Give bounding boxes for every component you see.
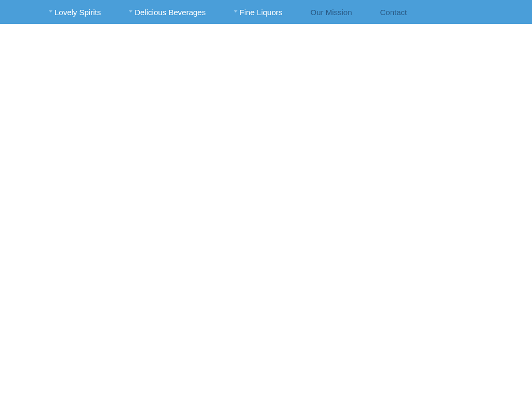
chevron-down-icon <box>234 10 237 12</box>
nav-item-label: Fine Liquors <box>240 8 283 17</box>
nav-item-label: Lovely Spirits <box>55 8 101 17</box>
nav-item-contact[interactable]: Contact <box>380 8 407 17</box>
nav-item-fine-liquors[interactable]: Fine Liquors <box>234 8 283 17</box>
chevron-down-icon <box>129 10 132 12</box>
nav-item-label: Contact <box>380 8 407 17</box>
nav-item-delicious-beverages[interactable]: Delicious Beverages <box>129 8 206 17</box>
nav-item-lovely-spirits[interactable]: Lovely Spirits <box>49 8 101 17</box>
chevron-down-icon <box>49 10 52 12</box>
nav-item-label: Delicious Beverages <box>135 8 206 17</box>
nav-item-our-mission[interactable]: Our Mission <box>311 8 352 17</box>
content-area <box>0 24 532 416</box>
nav-item-label: Our Mission <box>311 8 352 17</box>
main-nav: Lovely Spirits Delicious Beverages Fine … <box>0 0 532 24</box>
